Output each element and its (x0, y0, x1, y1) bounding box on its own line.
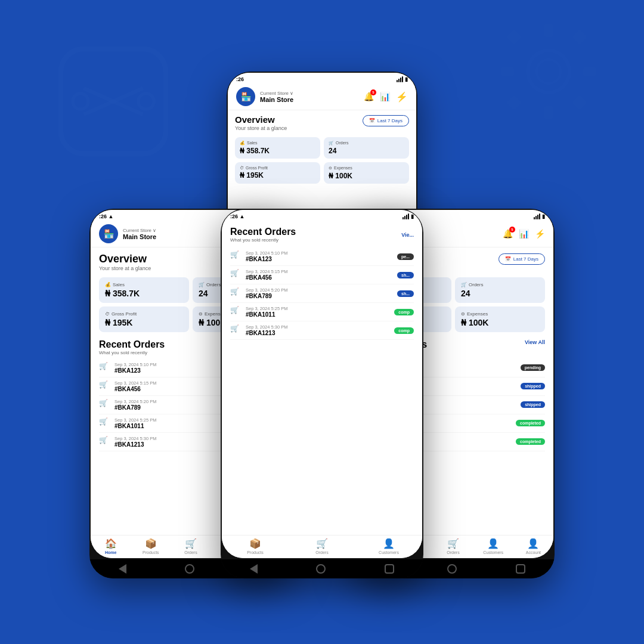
right-nav-customers[interactable]: 👤 Customers (473, 538, 513, 555)
right-order-5-badge: completed (516, 438, 545, 445)
middle-order-5-date: Sep 3, 2024 5:30 PM (246, 324, 287, 330)
left-nav-home[interactable]: 🏠 Home (91, 538, 131, 555)
center-stat-sales-label: 💰 Sales (240, 141, 315, 145)
left-order-2-info: Sep 3, 2024 5:15 PM #BKA456 (114, 380, 156, 392)
right-chart-icon[interactable]: 📊 (519, 229, 529, 239)
battery-icon: ▮ (405, 76, 408, 82)
left-products-icon: 📦 (145, 538, 157, 549)
center-stat-expenses: ⊖ Expenses ₦ 100K (324, 162, 409, 184)
middle-order-2-id: #BKA456 (246, 274, 287, 281)
left-orders-label: Orders (184, 550, 197, 555)
left-store-text: Current Store ∨ Main Store (123, 228, 156, 240)
middle-order-5-icon: 🛒 (230, 324, 242, 336)
left-nav-products[interactable]: 📦 Products (131, 538, 171, 555)
middle-order-3-date: Sep 3, 2024 5:20 PM (246, 287, 287, 293)
center-notification-icon[interactable]: 🔔 5 (364, 92, 374, 101)
middle-nav-orders[interactable]: 🛒 Orders (289, 538, 355, 555)
center-notification-badge: 5 (370, 89, 376, 95)
svg-rect-7 (544, 24, 553, 37)
left-stat-profit: ⏱ Gross Profit ₦ 195K (99, 306, 189, 332)
left-store-name: Main Store (123, 233, 156, 240)
right-recents-button[interactable] (516, 564, 525, 574)
middle-back-button[interactable] (250, 564, 258, 574)
right-order-1-badge: pending (521, 364, 545, 371)
center-stat-orders-value: 24 (329, 147, 404, 155)
center-store-avatar: 🏪 (236, 87, 255, 106)
middle-order-4-badge: comp (394, 309, 414, 315)
middle-phone-screen: :26 ▲ ▮ Recent Orders What you sold rece (222, 210, 422, 558)
left-stat-sales: 💰 Sales ₦ 358.7K (99, 277, 189, 303)
center-stat-profit: ⏱ Gross Profit ₦ 195K (235, 162, 320, 184)
center-stat-sales: 💰 Sales ₦ 358.7K (235, 137, 320, 159)
middle-order-4-icon: 🛒 (230, 306, 242, 318)
left-store-label: Current Store ∨ (123, 228, 156, 233)
middle-order-4: 🛒 Sep 3, 2024 5:25 PM #BKA1011 comp (230, 303, 414, 321)
left-order-1-info: Sep 3, 2024 5:10 PM #BKA123 (114, 362, 156, 374)
middle-orders-text: Recent Orders What you sold recently (230, 227, 296, 243)
left-back-button[interactable] (119, 564, 126, 574)
right-order-2-badge: shipped (521, 383, 545, 389)
middle-status-bar: :26 ▲ ▮ (222, 210, 422, 221)
middle-order-5: 🛒 Sep 3, 2024 5:30 PM #BKA1213 comp (230, 321, 414, 340)
center-chart-icon[interactable]: 📊 (380, 92, 390, 101)
left-home-button[interactable] (185, 564, 194, 574)
right-status-icons: ▮ (534, 213, 545, 219)
right-date-filter[interactable]: 📅 Last 7 Days (499, 253, 545, 265)
middle-order-4-info: Sep 3, 2024 5:25 PM #BKA1011 (246, 306, 287, 318)
center-stat-orders: 🛒 Orders 24 (324, 137, 409, 159)
left-home-icon: 🏠 (105, 538, 117, 549)
left-order-1-date: Sep 3, 2024 5:10 PM (114, 362, 156, 367)
left-home-label: Home (105, 550, 116, 555)
left-order-5-id: #BKA1213 (114, 441, 156, 448)
left-products-label: Products (143, 550, 159, 555)
left-order-3-cart-icon: 🛒 (99, 399, 111, 411)
center-app-header: 🏪 Current Store ∨ Main Store 🔔 5 📊 ⚡ (228, 83, 416, 110)
middle-bottom-nav: 📦 Products 🛒 Orders 👤 Customers (222, 535, 422, 558)
middle-view-all[interactable]: Vie... (401, 232, 414, 238)
center-stats-grid: 💰 Sales ₦ 358.7K 🛒 Orders 24 ⏱ Gross Pro… (235, 137, 409, 184)
right-orders-icon: 🛒 (447, 538, 459, 549)
left-store-avatar: 🏪 (99, 224, 118, 243)
middle-order-3-badge: sh... (397, 290, 414, 297)
signal-icon (397, 76, 403, 82)
middle-time: :26 ▲ (230, 213, 244, 219)
right-view-all[interactable]: View All (525, 339, 545, 345)
right-stat-orders-value: 24 (461, 289, 539, 298)
middle-order-1: 🛒 Sep 3, 2024 5:10 PM #BKA123 pe... (230, 247, 414, 266)
middle-order-2-icon: 🛒 (230, 269, 242, 281)
center-stat-sales-value: ₦ 358.7K (240, 147, 315, 155)
middle-nav-customers[interactable]: 👤 Customers (355, 538, 422, 555)
left-order-5-info: Sep 3, 2024 5:30 PM #BKA1213 (114, 436, 156, 448)
middle-orders-subtitle: What you sold recently (230, 237, 296, 243)
middle-status-icons: ▮ (402, 213, 414, 219)
left-order-1-cart-icon: 🛒 (99, 362, 111, 374)
center-lightning-icon[interactable]: ⚡ (396, 91, 408, 103)
right-stat-orders-label: 🛒 Orders (461, 282, 539, 287)
left-orders-icon: 🛒 (185, 538, 197, 549)
middle-home-button[interactable] (316, 564, 326, 574)
middle-nav-products[interactable]: 📦 Products (222, 538, 289, 555)
middle-products-icon: 📦 (249, 538, 261, 549)
right-nav-orders[interactable]: 🛒 Orders (433, 538, 473, 555)
right-notification-icon[interactable]: 🔔 5 (503, 229, 513, 239)
right-stat-expenses: ⊖ Expenses ₦ 100K (455, 306, 545, 332)
left-overview-title: Overview (99, 253, 151, 265)
middle-order-5-badge: comp (394, 327, 414, 334)
center-store-name: Main Store (260, 96, 293, 103)
middle-orders-label: Orders (315, 550, 328, 555)
right-home-button[interactable] (447, 564, 457, 574)
left-order-4-date: Sep 3, 2024 5:25 PM (114, 417, 156, 423)
left-nav-orders[interactable]: 🛒 Orders (171, 538, 210, 555)
left-order-2-date: Sep 3, 2024 5:15 PM (114, 380, 156, 386)
right-customers-icon: 👤 (487, 538, 499, 549)
right-nav-account[interactable]: 👤 Account (513, 538, 553, 555)
middle-recents-button[interactable] (385, 564, 394, 574)
left-order-3-left: 🛒 Sep 3, 2024 5:20 PM #BKA789 (99, 399, 156, 411)
center-store-label: Current Store ∨ (260, 91, 293, 96)
right-lightning-icon[interactable]: ⚡ (535, 229, 545, 239)
left-order-3-info: Sep 3, 2024 5:20 PM #BKA789 (114, 399, 156, 411)
middle-phone: :26 ▲ ▮ Recent Orders What you sold rece (221, 209, 423, 578)
middle-order-2-date: Sep 3, 2024 5:15 PM (246, 269, 287, 274)
center-overview-text: Overview Your store at a glance (235, 115, 287, 131)
center-date-filter[interactable]: 📅 Last 7 Days (363, 115, 409, 126)
